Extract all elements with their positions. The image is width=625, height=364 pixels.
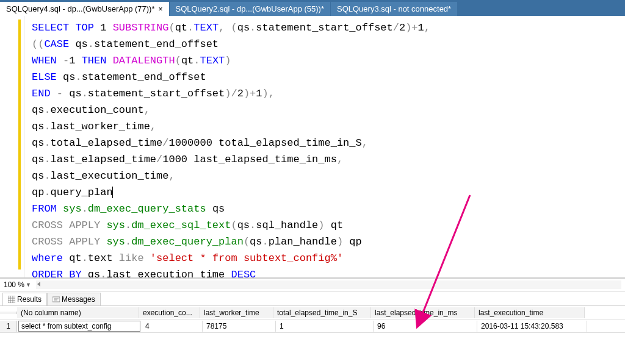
- zoom-value: 100 %: [4, 280, 24, 289]
- results-tab[interactable]: Results: [2, 293, 47, 305]
- tab-label: SQLQuery4.sql - dp...(GwbUserApp (77))*: [6, 4, 154, 13]
- tab-query3[interactable]: SQLQuery3.sql - not connected*: [331, 2, 458, 16]
- col-header[interactable]: execution_co...: [139, 307, 200, 318]
- col-header[interactable]: total_elapsed_time_in_S: [273, 307, 371, 318]
- change-marker: [18, 20, 21, 269]
- messages-icon: [52, 296, 60, 303]
- results-grid: (No column name) execution_co... last_wo…: [0, 306, 625, 333]
- document-tabs: SQLQuery4.sql - dp...(GwbUserApp (77))* …: [0, 0, 625, 16]
- sql-editor[interactable]: SELECT TOP 1 SUBSTRING(qt.TEXT, (qs.stat…: [24, 16, 625, 277]
- editor-gutter: [0, 16, 24, 277]
- results-tab-label: Results: [17, 295, 42, 304]
- results-panel-tabs: Results Messages: [0, 291, 625, 306]
- row-number: 1: [0, 321, 17, 332]
- tab-query4[interactable]: SQLQuery4.sql - dp...(GwbUserApp (77))* …: [0, 2, 170, 16]
- chevron-down-icon: ▼: [26, 282, 31, 288]
- messages-tab-label: Messages: [62, 295, 95, 304]
- cell[interactable]: 4: [142, 321, 203, 332]
- svg-rect-0: [8, 296, 15, 303]
- svg-rect-5: [52, 297, 60, 302]
- col-header[interactable]: (No column name): [17, 307, 139, 318]
- cell[interactable]: 96: [374, 321, 477, 332]
- cell[interactable]: 1: [276, 321, 374, 332]
- zoom-dropdown[interactable]: 100 % ▼: [4, 280, 31, 289]
- cell[interactable]: 2016-03-11 15:43:20.583: [477, 321, 587, 332]
- grid-header-row: (No column name) execution_co... last_wo…: [0, 306, 625, 319]
- cell[interactable]: 78175: [203, 321, 276, 332]
- editor-area: SELECT TOP 1 SUBSTRING(qt.TEXT, (qs.stat…: [0, 16, 625, 278]
- col-header[interactable]: last_elapsed_time_in_ms: [371, 307, 475, 318]
- tab-label: SQLQuery3.sql - not connected*: [337, 4, 451, 13]
- messages-tab[interactable]: Messages: [47, 293, 101, 305]
- cell[interactable]: select * from subtext_config: [18, 321, 140, 332]
- table-row[interactable]: 1 select * from subtext_config 4 78175 1…: [0, 319, 625, 333]
- grid-icon: [8, 296, 15, 303]
- row-header-blank: [0, 312, 17, 314]
- zoom-bar: 100 % ▼: [0, 278, 625, 291]
- tab-query2[interactable]: SQLQuery2.sql - dp...(GwbUserApp (55))*: [170, 2, 331, 16]
- close-icon[interactable]: ×: [158, 5, 162, 13]
- col-header[interactable]: last_worker_time: [200, 307, 273, 318]
- col-header[interactable]: last_execution_time: [475, 307, 585, 318]
- h-scroll[interactable]: [36, 280, 621, 289]
- tab-label: SQLQuery2.sql - dp...(GwbUserApp (55))*: [176, 4, 324, 13]
